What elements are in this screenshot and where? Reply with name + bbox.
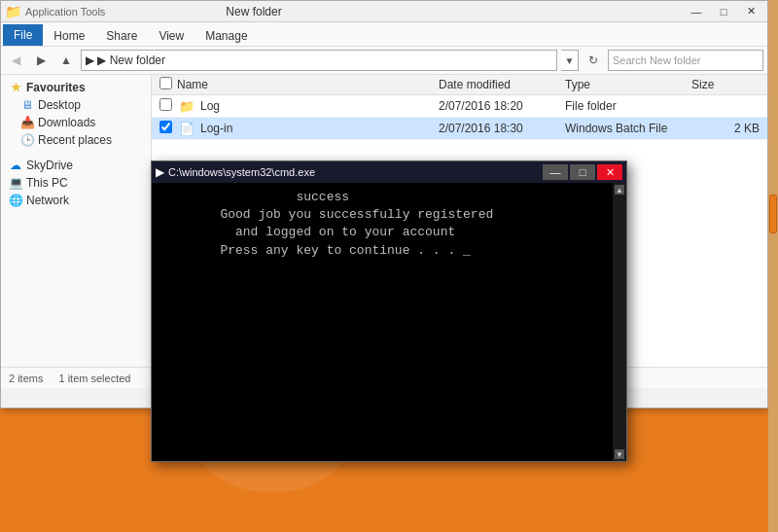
sidebar-favourites-label: Favourites xyxy=(26,81,86,94)
file-icon-batch: 📄 xyxy=(177,122,196,136)
back-button[interactable]: ◀ xyxy=(5,50,26,71)
sidebar-item-skydrive[interactable]: ☁ SkyDrive xyxy=(1,157,151,174)
search-placeholder: Search New folder xyxy=(613,54,701,66)
col-date-header[interactable]: Date modified xyxy=(439,78,565,91)
sidebar-network-label: Network xyxy=(26,194,69,207)
network-icon: 🌐 xyxy=(9,194,22,207)
file-icon-folder: 📁 xyxy=(177,99,196,114)
explorer-title: New folder xyxy=(226,5,281,18)
search-box[interactable]: Search New folder xyxy=(608,50,763,71)
sidebar-item-network[interactable]: 🌐 Network xyxy=(1,192,151,209)
ribbon-tabs: File Home Share View Manage xyxy=(1,22,767,46)
cmd-maximize-button[interactable]: □ xyxy=(570,164,595,180)
address-chevron[interactable]: ▼ xyxy=(561,50,579,71)
cmd-close-button[interactable]: ✕ xyxy=(597,164,622,180)
cmd-title: C:\windows\system32\cmd.exe xyxy=(168,166,315,178)
cmd-window: ▶ C:\windows\system32\cmd.exe — □ ✕ succ… xyxy=(151,160,627,462)
row-checkbox-2[interactable] xyxy=(159,121,172,133)
file-type-2: Windows Batch File xyxy=(565,122,691,135)
file-type-1: File folder xyxy=(565,99,691,113)
file-name-2: Log-in xyxy=(196,122,439,135)
cmd-content-area: success Good job you successfully regist… xyxy=(152,183,626,461)
items-count: 2 items xyxy=(9,372,43,384)
sidebar-item-favourites[interactable]: ★ Favourites xyxy=(1,79,151,96)
explorer-titlebar-left: 📁 Application Tools New folder xyxy=(5,4,282,19)
file-date-2: 2/07/2016 18:30 xyxy=(439,122,565,135)
selected-count: 1 item selected xyxy=(58,372,130,384)
address-bar: ◀ ▶ ▲ ▶ ▶ New folder ▼ ↻ Search New fold… xyxy=(1,47,767,75)
cmd-icon: ▶ xyxy=(156,165,164,179)
star-icon: ★ xyxy=(9,81,22,94)
sidebar-recent-label: Recent places xyxy=(38,133,112,147)
explorer-titlebar: 📁 Application Tools New folder — □ ✕ xyxy=(1,1,767,22)
tab-view[interactable]: View xyxy=(148,25,194,46)
recent-icon: 🕒 xyxy=(20,133,34,147)
sidebar-item-downloads[interactable]: 📥 Downloads xyxy=(1,114,151,131)
sidebar-downloads-label: Downloads xyxy=(38,116,95,129)
downloads-folder-icon: 📥 xyxy=(20,116,34,129)
cmd-content[interactable]: success Good job you successfully regist… xyxy=(152,183,613,461)
ribbon: File Home Share View Manage xyxy=(1,22,767,47)
skydrive-icon: ☁ xyxy=(9,159,22,172)
thispc-icon: 💻 xyxy=(9,176,22,190)
desktop-folder-icon: 🖥 xyxy=(20,98,34,112)
cmd-titlebar-buttons: — □ ✕ xyxy=(543,164,622,180)
col-name-header[interactable]: Name xyxy=(177,78,439,91)
cmd-scrollbar[interactable]: ▲ ▼ xyxy=(613,183,626,461)
cmd-line: Good job you successfully registered xyxy=(159,206,605,224)
cmd-line: Press any key to continue . . . _ xyxy=(159,242,605,260)
refresh-button[interactable]: ↻ xyxy=(583,50,604,71)
row-checkbox-1[interactable] xyxy=(159,98,172,111)
cmd-minimize-button[interactable]: — xyxy=(543,164,568,180)
explorer-minimize-button[interactable]: — xyxy=(684,3,709,20)
cmd-scroll-down[interactable]: ▼ xyxy=(615,449,624,459)
cmd-scroll-up[interactable]: ▲ xyxy=(615,185,624,195)
sidebar-thispc-label: This PC xyxy=(26,176,68,190)
forward-button[interactable]: ▶ xyxy=(30,50,52,71)
file-checkbox-2[interactable] xyxy=(159,121,177,136)
sidebar-favourites-section: ★ Favourites 🖥 Desktop 📥 Downloads 🕒 Rec… xyxy=(1,79,151,149)
explorer-folder-icon: 📁 xyxy=(5,4,21,19)
cmd-line: and logged on to your account xyxy=(159,224,605,241)
select-all-checkbox[interactable] xyxy=(159,77,172,89)
table-row[interactable]: 📁 Log 2/07/2016 18:20 File folder xyxy=(152,95,767,118)
explorer-titlebar-buttons: — □ ✕ xyxy=(684,3,763,20)
cmd-titlebar-left: ▶ C:\windows\system32\cmd.exe xyxy=(156,165,315,179)
sidebar: ★ Favourites 🖥 Desktop 📥 Downloads 🕒 Rec… xyxy=(1,75,152,367)
up-button[interactable]: ▲ xyxy=(55,50,77,71)
explorer-close-button[interactable]: ✕ xyxy=(738,3,763,20)
tab-manage[interactable]: Manage xyxy=(194,25,258,46)
sidebar-item-thispc[interactable]: 💻 This PC xyxy=(1,174,151,192)
file-name-1: Log xyxy=(196,99,439,113)
file-list-header: Name Date modified Type Size xyxy=(152,75,767,95)
folder-icon: 📁 xyxy=(179,99,194,114)
sidebar-item-desktop[interactable]: 🖥 Desktop xyxy=(1,96,151,114)
tab-home[interactable]: Home xyxy=(43,25,95,46)
sidebar-desktop-label: Desktop xyxy=(38,98,81,112)
cmd-titlebar: ▶ C:\windows\system32\cmd.exe — □ ✕ xyxy=(152,161,626,183)
file-size-2: 2 KB xyxy=(691,122,760,135)
address-path: ▶ ▶ New folder xyxy=(86,53,165,67)
cmd-line: success xyxy=(159,189,605,206)
desktop-scrollbar[interactable] xyxy=(768,0,778,532)
col-size-header[interactable]: Size xyxy=(691,78,760,91)
tab-share[interactable]: Share xyxy=(95,25,148,46)
sidebar-devices-section: ☁ SkyDrive 💻 This PC 🌐 Network xyxy=(1,157,151,209)
batch-icon: 📄 xyxy=(179,122,194,136)
file-checkbox-1[interactable] xyxy=(159,98,177,114)
file-date-1: 2/07/2016 18:20 xyxy=(439,99,565,113)
col-type-header[interactable]: Type xyxy=(565,78,691,91)
address-input[interactable]: ▶ ▶ New folder xyxy=(81,50,557,71)
tab-file[interactable]: File xyxy=(3,24,43,46)
table-row[interactable]: 📄 Log-in 2/07/2016 18:30 Windows Batch F… xyxy=(152,118,767,140)
sidebar-skydrive-label: SkyDrive xyxy=(26,159,73,172)
desktop-scroll-thumb[interactable] xyxy=(769,195,777,233)
explorer-maximize-button[interactable]: □ xyxy=(711,3,736,20)
sidebar-item-recent[interactable]: 🕒 Recent places xyxy=(1,131,151,149)
header-checkbox xyxy=(159,77,177,92)
app-tools-label: Application Tools xyxy=(25,6,105,18)
